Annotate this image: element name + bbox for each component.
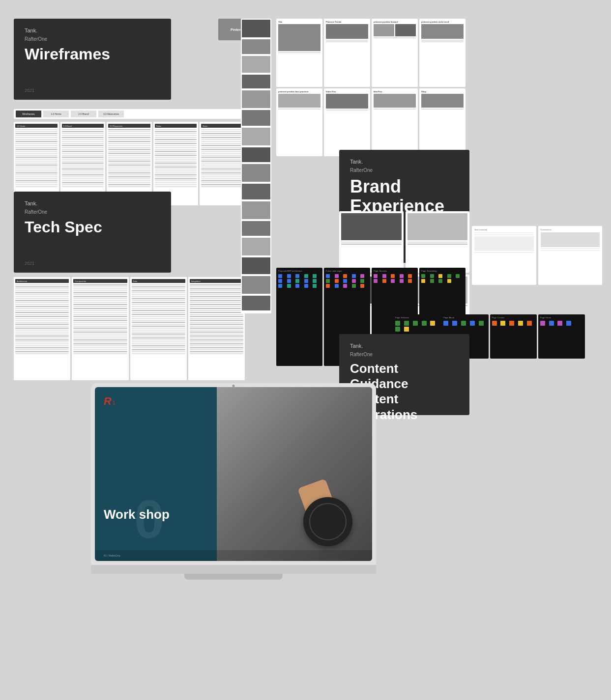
dot-91 [540, 321, 545, 326]
dot-50 [408, 279, 412, 283]
sticky-panel-1-title: Proposed MVP architecture [278, 270, 320, 272]
dot-25 [360, 274, 364, 278]
slide-bp-header: pinterest predicts best practices [278, 90, 320, 93]
dot-1 [278, 274, 282, 278]
dot-48 [391, 279, 395, 283]
tab-home[interactable]: 1.0 Home [43, 111, 69, 117]
brand-page-2 [406, 211, 470, 273]
laptop-base [91, 565, 376, 574]
slide-shop-line1 [421, 109, 464, 110]
sd1-l2 [474, 234, 534, 235]
pinterest-slide-shop: Shop [419, 88, 466, 157]
brand-title: Brand Experience [350, 177, 459, 216]
laptop-screen-outer: R 1 0 Work shop R1 | RafterOne [91, 383, 376, 565]
pinterest-scroll-column [241, 19, 271, 313]
logo-superscript: 1 [113, 400, 116, 406]
pinterest-col-img-12 [242, 221, 270, 236]
pinterest-col-img-15 [242, 276, 270, 294]
laptop-stand [184, 574, 283, 580]
slide-bp-img [278, 94, 320, 108]
dot-57 [430, 279, 434, 283]
tab-brand[interactable]: 2.0 Brand [71, 111, 96, 117]
pinterest-col-img-1 [242, 20, 270, 37]
doc-sheet-5: Extra [200, 122, 245, 205]
slide-niche-header: pinterest predicts niche trend [421, 21, 464, 23]
spreadsheet-strip: Wireframes 1.0 Home 2.0 Brand 3.0 Resour… [14, 109, 245, 119]
wireframes-title: Wireframes [25, 46, 160, 63]
dot-52 [430, 274, 434, 278]
dot-44 [400, 274, 404, 278]
brand-page-1-img [341, 213, 402, 240]
small-docs-row: Tank summary Connections [472, 226, 602, 285]
dot-93 [557, 321, 562, 326]
dot-12 [287, 284, 291, 288]
slide-forward-line1 [374, 37, 416, 38]
dot-13 [295, 284, 299, 288]
workshop-logo: R 1 [104, 395, 115, 408]
dot-15 [313, 284, 317, 288]
dot-61 [395, 321, 400, 326]
workshop-title: Work shop [104, 507, 170, 522]
dot-65 [430, 321, 435, 326]
dot-34 [352, 284, 356, 288]
small-doc-2: Connections [538, 226, 603, 285]
tank-logo-wireframes: Tank. [25, 28, 160, 33]
pinterest-col-img-16 [242, 296, 270, 310]
dot-81 [492, 321, 497, 326]
dot-75 [479, 321, 484, 326]
slide-bp-line1 [278, 109, 320, 110]
pinterest-col-img-6 [242, 110, 270, 126]
workshop-left-panel: R 1 0 Work shop [95, 387, 217, 561]
main-canvas: Tank. RafterOne Wireframes 2021 Wirefram… [0, 0, 611, 700]
sticky-panel-1: Proposed MVP architecture [276, 268, 322, 366]
dot-51 [421, 274, 425, 278]
pinterest-col-img-7 [242, 128, 270, 145]
pinterest-col-img-10 [242, 184, 270, 199]
dot-49 [400, 279, 404, 283]
tab-resources[interactable]: 3.0 Resources [98, 111, 124, 117]
dot-58 [438, 279, 442, 283]
sd2-img [541, 232, 600, 247]
dot-26 [326, 279, 330, 283]
dot-27 [335, 279, 339, 283]
tank-logo-techspec: Tank. [25, 200, 160, 206]
sticky-panel-8-dots [540, 321, 583, 326]
dot-5 [313, 274, 317, 278]
brand-page-1 [339, 211, 404, 273]
workshop-right-panel [217, 387, 372, 561]
slide-niche-img [421, 24, 464, 39]
sticky-panel-7-dots [492, 321, 535, 326]
techspec-sheet-4: Integration [188, 277, 245, 380]
dot-74 [470, 321, 475, 326]
client-wireframes: RafterOne [25, 36, 160, 42]
pinterest-col-img-14 [242, 257, 270, 274]
sticky-panel-7: Page: Contact [490, 314, 537, 359]
small-doc-2-header: Connections [541, 228, 600, 231]
techspec-year: 2021 [25, 261, 34, 266]
slide-shop-img [421, 94, 464, 108]
dot-7 [287, 279, 291, 283]
techspec-title: Tech Spec [25, 219, 160, 236]
brand-page-2-line2 [407, 244, 468, 245]
sticky-panel-6-dots [443, 321, 486, 326]
slide-idea-header: Idea Pins [374, 90, 416, 93]
dot-9 [304, 279, 308, 283]
sd2-l1 [541, 248, 600, 249]
slide-video-header: Video Pins [326, 90, 368, 93]
tab-wireframes[interactable]: Wireframes [16, 111, 41, 117]
dot-22 [335, 274, 339, 278]
sticky-panel-3-title: Page: Services [374, 270, 416, 272]
slide-trends-line1 [326, 40, 368, 41]
dot-53 [438, 274, 442, 278]
pinterest-slide-niche: pinterest predicts niche trend [419, 19, 466, 87]
sticky-panel-2-title: Future state target [326, 270, 368, 272]
dot-23 [343, 274, 347, 278]
dot-92 [549, 321, 554, 326]
workshop-bottom-bar: R1 | RafterOne [95, 550, 372, 561]
sd2-l2 [541, 250, 600, 251]
slide-video-img [326, 94, 368, 109]
pinterest-slide-bestpractices: pinterest predicts best practices [276, 88, 322, 157]
dot-56 [421, 279, 425, 283]
sticky-panel-1-dots [278, 274, 320, 288]
sticky-panel-4-dots [421, 274, 464, 283]
